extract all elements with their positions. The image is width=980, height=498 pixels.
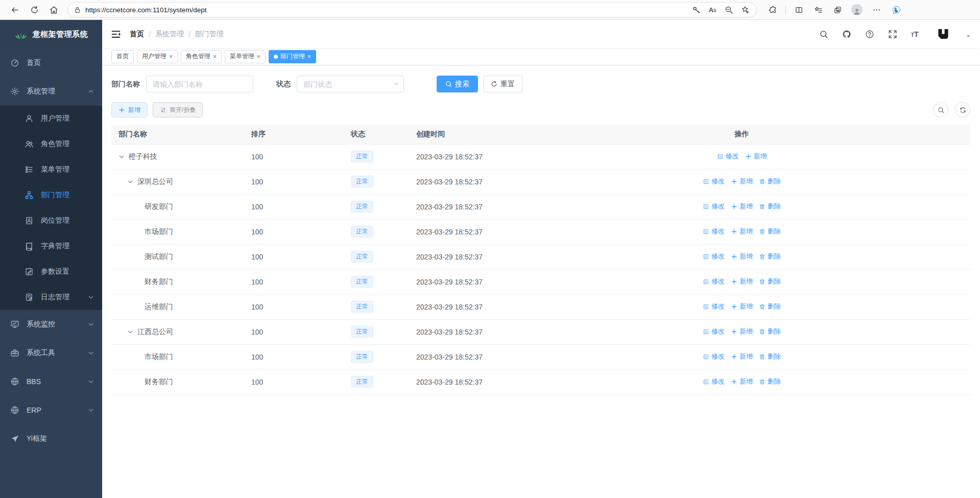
row-修改-link[interactable]: 修改 xyxy=(703,327,725,336)
row-修改-link[interactable]: 修改 xyxy=(703,227,725,236)
sidebar-item-日志管理[interactable]: 日志管理 xyxy=(0,284,102,310)
search-button[interactable]: 搜索 xyxy=(437,76,478,92)
extensions-puzzle-icon[interactable] xyxy=(765,2,780,17)
tab-首页[interactable]: 首页 xyxy=(111,50,134,63)
status-select-input[interactable] xyxy=(297,76,404,92)
row-新增-link[interactable]: 新增 xyxy=(731,277,753,286)
log-icon xyxy=(25,293,34,302)
row-新增-link[interactable]: 新增 xyxy=(731,352,753,361)
row-删除-link[interactable]: 删除 xyxy=(759,277,781,286)
row-新增-link[interactable]: 新增 xyxy=(731,227,753,236)
edit-square-icon xyxy=(25,267,34,276)
tab-用户管理[interactable]: 用户管理× xyxy=(137,50,178,63)
sidebar-item-角色管理[interactable]: 角色管理 xyxy=(0,131,102,157)
breadcrumb-item-系统管理[interactable]: 系统管理 xyxy=(155,30,184,39)
fullscreen-icon[interactable] xyxy=(888,30,897,39)
sidebar-collapse-icon[interactable] xyxy=(110,29,122,40)
browser-home-button[interactable] xyxy=(46,2,61,17)
row-删除-link[interactable]: 删除 xyxy=(759,252,781,261)
sidebar-item-用户管理[interactable]: 用户管理 xyxy=(0,106,102,131)
row-修改-link[interactable]: 修改 xyxy=(703,202,725,211)
status-badge: 正常 xyxy=(351,251,373,263)
font-size-icon[interactable]: TT xyxy=(911,30,919,38)
read-aloud-icon[interactable]: A)) xyxy=(705,3,720,17)
reset-button[interactable]: 重置 xyxy=(483,76,522,92)
yi-framework-logo[interactable] xyxy=(936,27,951,41)
browser-refresh-button[interactable] xyxy=(27,2,42,17)
browser-menu-dots-icon[interactable] xyxy=(869,2,884,17)
row-修改-link[interactable]: 修改 xyxy=(703,352,725,361)
close-icon[interactable]: × xyxy=(213,54,217,60)
breadcrumb-item-首页[interactable]: 首页 xyxy=(130,30,144,39)
browser-back-button[interactable] xyxy=(7,2,22,17)
sidebar-item-系统管理[interactable]: 系统管理 xyxy=(0,77,102,106)
close-icon[interactable]: × xyxy=(169,54,173,60)
sidebar-item-BBS[interactable]: BBS xyxy=(0,367,102,396)
sidebar-item-ERP[interactable]: ERP xyxy=(0,396,102,424)
row-删除-link[interactable]: 删除 xyxy=(759,177,781,186)
header-search-icon[interactable] xyxy=(819,30,828,39)
sidebar-item-部门管理[interactable]: 部门管理 xyxy=(0,182,102,208)
row-删除-link[interactable]: 删除 xyxy=(759,302,781,311)
row-修改-link[interactable]: 修改 xyxy=(717,152,739,161)
sidebar-item-字典管理[interactable]: 字典管理 xyxy=(0,233,102,259)
row-修改-link[interactable]: 修改 xyxy=(703,177,725,186)
status-badge: 正常 xyxy=(351,201,373,212)
tree-expand-caret[interactable] xyxy=(127,329,133,335)
address-bar[interactable]: https://ccnetcore.com:1101/system/dept A… xyxy=(67,2,757,17)
bing-discover-icon[interactable] xyxy=(889,3,903,17)
edit-icon xyxy=(703,353,709,360)
app-logo[interactable]: 意框架管理系统 xyxy=(0,20,102,49)
row-新增-link[interactable]: 新增 xyxy=(731,377,753,386)
row-修改-link[interactable]: 修改 xyxy=(703,377,725,386)
tab-部门管理[interactable]: 部门管理× xyxy=(269,50,316,63)
tab-菜单管理[interactable]: 菜单管理× xyxy=(225,50,266,63)
dept-name-cell: 江西总公司 xyxy=(111,319,246,344)
sidebar-item-菜单管理[interactable]: 菜单管理 xyxy=(0,157,102,182)
row-新增-link[interactable]: 新增 xyxy=(731,177,753,186)
row-新增-link[interactable]: 新增 xyxy=(731,302,753,311)
close-icon[interactable]: × xyxy=(257,54,260,60)
row-新增-link[interactable]: 新增 xyxy=(731,202,753,211)
tab-label: 用户管理 xyxy=(142,52,166,61)
order-cell: 100 xyxy=(246,144,346,169)
row-新增-link[interactable]: 新增 xyxy=(731,327,753,336)
row-修改-link[interactable]: 修改 xyxy=(703,277,725,286)
row-新增-link[interactable]: 新增 xyxy=(731,252,753,261)
refresh-table-button[interactable] xyxy=(955,102,970,117)
row-修改-link[interactable]: 修改 xyxy=(703,302,725,311)
tree-expand-caret[interactable] xyxy=(118,154,125,160)
show-search-toggle-button[interactable] xyxy=(933,102,948,117)
github-icon[interactable] xyxy=(842,30,851,39)
status-cell: 正常 xyxy=(346,344,411,369)
row-删除-link[interactable]: 删除 xyxy=(759,202,781,211)
favorite-star-icon[interactable] xyxy=(738,3,752,17)
row-删除-link[interactable]: 删除 xyxy=(759,352,781,361)
collections-icon[interactable] xyxy=(830,2,845,17)
status-select[interactable] xyxy=(297,76,404,92)
favorites-list-icon[interactable] xyxy=(810,2,826,17)
sidebar-item-首页[interactable]: 首页 xyxy=(0,49,102,77)
zoom-out-icon[interactable] xyxy=(722,3,736,17)
split-screen-icon[interactable] xyxy=(791,2,806,17)
tab-角色管理[interactable]: 角色管理× xyxy=(181,50,222,63)
row-删除-link[interactable]: 删除 xyxy=(759,327,781,336)
row-删除-link[interactable]: 删除 xyxy=(759,227,781,236)
row-删除-link[interactable]: 删除 xyxy=(759,377,781,386)
sidebar-item-系统工具[interactable]: 系统工具 xyxy=(0,339,102,367)
sidebar-item-参数设置[interactable]: 参数设置 xyxy=(0,259,102,284)
help-question-icon[interactable] xyxy=(865,30,874,39)
profile-avatar[interactable] xyxy=(849,2,865,17)
password-key-icon[interactable] xyxy=(689,3,703,17)
expand-collapse-button[interactable]: 展开/折叠 xyxy=(153,102,203,117)
chevron-down-icon[interactable] xyxy=(966,34,971,39)
tree-expand-caret[interactable] xyxy=(127,179,133,185)
add-button[interactable]: 新增 xyxy=(111,102,148,117)
row-新增-link[interactable]: 新增 xyxy=(745,152,767,161)
close-icon[interactable]: × xyxy=(307,54,311,60)
row-修改-link[interactable]: 修改 xyxy=(703,252,725,261)
dept-name-input[interactable] xyxy=(146,76,253,92)
sidebar-item-Yi框架[interactable]: Yi框架 xyxy=(0,424,102,453)
sidebar-item-系统监控[interactable]: 系统监控 xyxy=(0,310,102,339)
sidebar-item-岗位管理[interactable]: 岗位管理 xyxy=(0,208,102,233)
